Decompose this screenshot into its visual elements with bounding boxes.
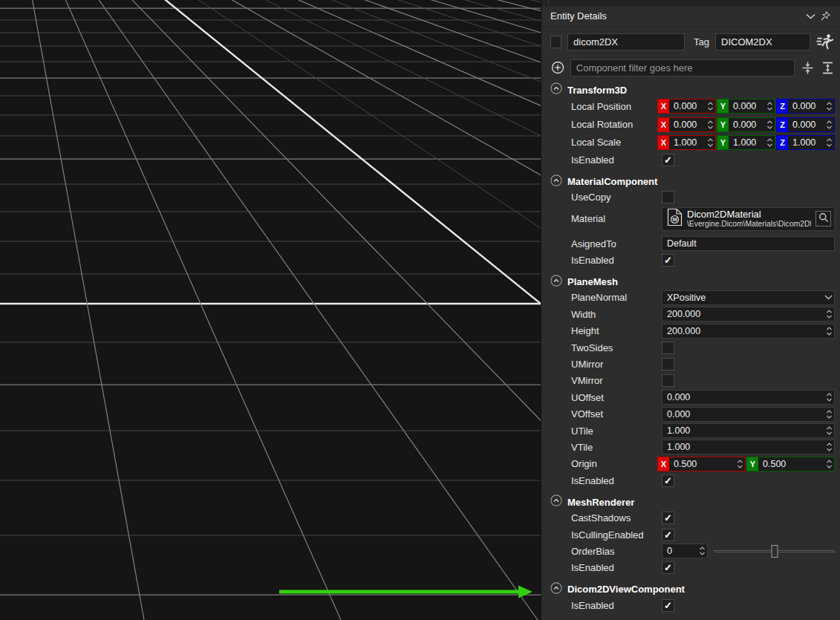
panel-header: Entity Details (541, 6, 840, 27)
property-label: OrderBias (571, 546, 662, 557)
usecopy-checkbox[interactable] (662, 191, 674, 203)
section-header-materialcomponent[interactable]: MaterialComponent (550, 174, 840, 189)
pin-icon[interactable] (818, 9, 833, 24)
spinner-buttons[interactable] (824, 100, 834, 112)
material-path: \Evergine.Dicom\Materials\Dicom2DM (687, 221, 811, 228)
orderbias-field[interactable]: 0 (662, 544, 708, 558)
castshadows-checkbox[interactable]: ✓ (662, 512, 674, 524)
section-header-planemesh[interactable]: PlaneMesh (550, 275, 840, 290)
section-header-dicom2dviewcomponent[interactable]: Dicom2DViewComponent (550, 582, 840, 597)
axis-y-field[interactable]: Y1.000 (717, 135, 775, 150)
spinner-buttons[interactable] (697, 545, 707, 557)
orderbias-slider[interactable] (714, 544, 835, 558)
property-row-material: MaterialMDicom2DMaterial\Evergine.Dicom\… (541, 206, 840, 232)
axis-y-field[interactable]: Y0.000 (717, 117, 775, 132)
field-value: 0.000 (662, 392, 824, 402)
axis-x-field[interactable]: X0.500 (657, 457, 746, 471)
collapse-section-icon[interactable] (550, 82, 562, 97)
property-label: Local Scale (571, 137, 662, 148)
field-value: 1.000 (662, 425, 824, 436)
entity-name-input[interactable] (567, 33, 685, 50)
add-component-icon[interactable] (550, 60, 565, 75)
twosides-checkbox[interactable] (662, 342, 674, 354)
axis-value: 1.000 (669, 137, 706, 148)
spinner-buttons[interactable] (706, 100, 715, 112)
spinner-buttons[interactable] (765, 137, 775, 149)
entity-tag-input[interactable] (715, 33, 810, 50)
gizmo-axis-arrow[interactable] (279, 586, 533, 598)
collapse-all-icon[interactable] (800, 60, 815, 75)
expand-all-icon[interactable] (820, 60, 835, 75)
utile-field[interactable]: 1.000 (662, 423, 835, 438)
asignedto-field[interactable]: Default (662, 236, 835, 251)
collapse-section-icon[interactable] (550, 582, 562, 597)
spinner-buttons[interactable] (824, 425, 834, 437)
property-control: 0.000 (662, 407, 835, 422)
width-field[interactable]: 200.000 (662, 307, 835, 322)
spinner-buttons[interactable] (824, 308, 834, 320)
spinner-buttons[interactable] (824, 441, 834, 453)
chevron-down-icon[interactable] (803, 9, 818, 24)
spinner-buttons[interactable] (824, 458, 834, 470)
property-label: UseCopy (571, 192, 662, 203)
component-filter-input[interactable] (570, 59, 795, 76)
spinner-buttons[interactable] (765, 119, 775, 131)
collapse-section-icon[interactable] (550, 495, 562, 509)
property-row-isenabled: IsEnabled✓ (541, 597, 840, 613)
isenabled-checkbox[interactable]: ✓ (662, 474, 674, 487)
spinner-buttons[interactable] (824, 408, 834, 420)
vtile-field[interactable]: 1.000 (662, 440, 835, 454)
spinner-buttons[interactable] (735, 458, 745, 470)
property-control (662, 191, 835, 203)
axis-x-field[interactable]: X1.000 (657, 135, 716, 150)
search-button[interactable] (815, 211, 831, 226)
axis-value: 0.500 (669, 459, 735, 469)
spinner-buttons[interactable] (824, 391, 834, 403)
property-row-planenormal: PlaneNormalXPositive (541, 290, 840, 306)
iscullingenabled-checkbox[interactable]: ✓ (662, 529, 674, 541)
spinner-buttons[interactable] (824, 325, 834, 337)
axis-x-field[interactable]: X0.000 (657, 99, 716, 114)
axis-z-badge: Z (777, 136, 788, 149)
collapse-section-icon[interactable] (550, 275, 562, 290)
axis-z-field[interactable]: Z1.000 (776, 135, 835, 150)
field-value: 200.000 (662, 309, 824, 319)
run-entity-icon[interactable] (816, 32, 835, 51)
height-field[interactable]: 200.000 (662, 324, 835, 339)
spinner-buttons[interactable] (824, 137, 834, 149)
vmirror-checkbox[interactable] (662, 374, 674, 387)
isenabled-checkbox[interactable]: ✓ (662, 154, 674, 166)
uoffset-field[interactable]: 0.000 (662, 390, 835, 405)
axis-y-badge: Y (747, 457, 758, 471)
section-header-meshrenderer[interactable]: MeshRenderer (550, 495, 840, 509)
entity-enabled-checkbox[interactable] (550, 36, 561, 48)
slider-handle[interactable] (772, 545, 778, 558)
axis-x-field[interactable]: X0.000 (657, 117, 716, 132)
axis-z-field[interactable]: Z0.000 (776, 117, 835, 132)
axis-value: 1.000 (729, 137, 765, 148)
section-header-transform3d[interactable]: Transform3D (550, 82, 840, 97)
spinner-buttons[interactable] (765, 100, 775, 112)
voffset-field[interactable]: 0.000 (662, 407, 835, 422)
isenabled-checkbox[interactable]: ✓ (662, 599, 674, 612)
viewport-3d[interactable] (0, 0, 541, 620)
axis-x-badge: X (658, 99, 669, 113)
property-control: X1.000Y1.000Z1.000 (662, 135, 835, 150)
collapse-section-icon[interactable] (550, 174, 562, 189)
spinner-buttons[interactable] (706, 137, 715, 149)
axis-value: 0.000 (669, 120, 706, 130)
property-row-vtile: VTile1.000 (541, 439, 840, 455)
spinner-buttons[interactable] (824, 119, 834, 131)
property-row-origin: OriginX0.500Y0.500 (541, 456, 840, 472)
isenabled-checkbox[interactable]: ✓ (662, 561, 674, 574)
spinner-buttons[interactable] (706, 119, 715, 131)
umirror-checkbox[interactable] (662, 358, 674, 371)
property-control: 0.000 (662, 390, 835, 405)
isenabled-checkbox[interactable]: ✓ (662, 254, 674, 267)
axis-y-field[interactable]: Y0.500 (746, 457, 835, 471)
vector-fields: X0.000Y0.000Z0.000 (657, 99, 835, 114)
axis-y-field[interactable]: Y0.000 (717, 99, 775, 114)
axis-z-field[interactable]: Z0.000 (776, 99, 835, 114)
planenormal-dropdown[interactable]: XPositive (662, 290, 835, 305)
material-asset-card[interactable]: MDicom2DMaterial\Evergine.Dicom\Material… (662, 207, 835, 231)
